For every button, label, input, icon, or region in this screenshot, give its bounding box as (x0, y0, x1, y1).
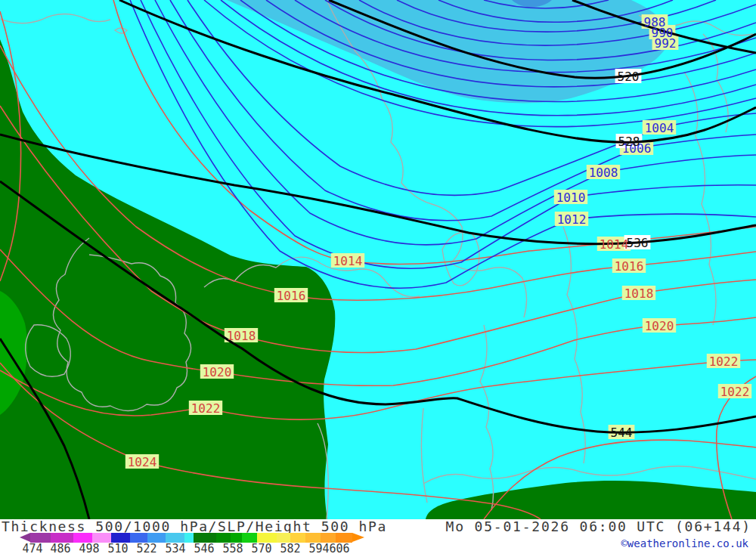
colorbar-tick-522: 522 (136, 542, 156, 554)
colorbar-tick-558: 558 (222, 542, 243, 554)
colorbar-tick-498: 498 (79, 542, 99, 554)
colorbar-tick-582: 582 (280, 542, 300, 554)
colorbar-tick-606: 606 (329, 542, 349, 554)
colorbar-tick-486: 486 (50, 542, 70, 554)
pressure-label: 1016 (615, 259, 644, 274)
height-label: 544 (611, 426, 633, 440)
pressure-label: 1022 (191, 401, 221, 416)
legend-title: Thickness 500/1000 hPa/SLP/Height 500 hP… (2, 518, 387, 534)
colorbar-tick-594: 594 (308, 542, 329, 554)
pressure-label: 1004 (645, 121, 674, 135)
pressure-label: 992 (655, 36, 677, 51)
pressure-label: 1014 (333, 254, 363, 268)
colorbar-right-arrow (352, 533, 364, 542)
pressure-label: 1020 (203, 365, 232, 379)
forecast-datetime: Mo 05-01-2026 06:00 UTC (06+144) (446, 518, 751, 534)
colorbar-tick-570: 570 (251, 542, 271, 554)
pressure-label: 1014 (600, 237, 629, 252)
colorbar-tick-510: 510 (107, 542, 128, 554)
colorbar-tick-534: 534 (165, 542, 185, 554)
pressure-label: 1022 (709, 354, 739, 369)
height-label: 520 (618, 70, 640, 84)
height-label: 536 (627, 236, 649, 250)
pressure-label: 1008 (589, 166, 618, 180)
pressure-label: 1018 (227, 329, 256, 343)
forecast-map: 9889909921004100610081010101210141016101… (0, 0, 756, 519)
colorbar-tick-474: 474 (22, 542, 42, 554)
pressure-label: 1024 (128, 455, 157, 469)
pressure-label: 1012 (557, 212, 587, 227)
pressure-label: 1016 (277, 289, 306, 303)
colorbar-block-8 (184, 533, 194, 543)
pressure-label: 1018 (624, 286, 654, 301)
weather-map-page: 9889909921004100610081010101210141016101… (0, 0, 756, 554)
credit-watermark: ©weatheronline.co.uk (621, 537, 748, 549)
pressure-label: 1020 (645, 319, 674, 333)
colorbar-tick-546: 546 (194, 542, 214, 554)
pressure-label: 1010 (556, 190, 586, 205)
height-label: 528 (618, 135, 640, 149)
colorbar-left-arrow (20, 533, 30, 542)
pressure-label: 1022 (720, 385, 750, 399)
